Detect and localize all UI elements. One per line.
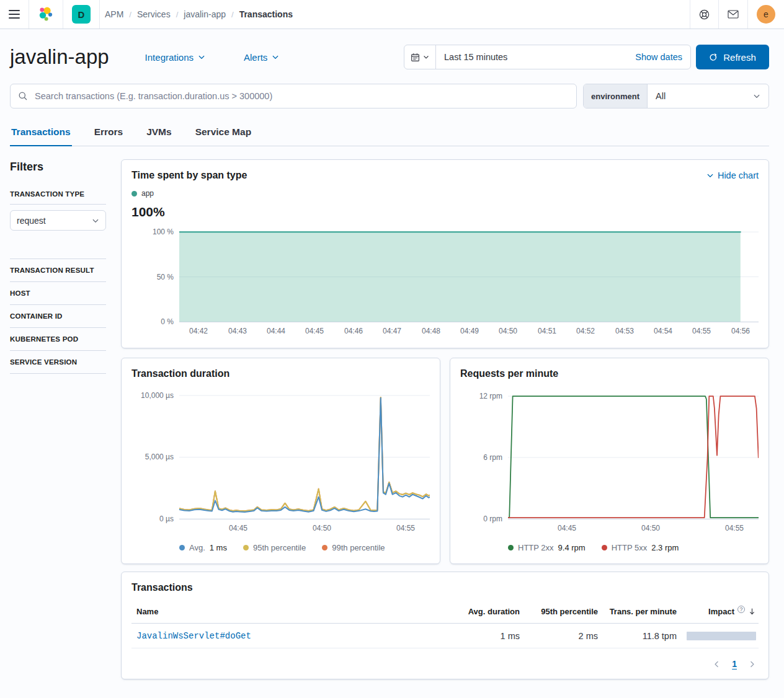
legend-label: HTTP 2xx bbox=[518, 543, 554, 552]
main-column: Time spent by span type Hide chart app 1… bbox=[121, 159, 769, 679]
legend-item[interactable]: HTTP 2xx9.4 rpm bbox=[508, 543, 586, 552]
sort-descending-icon bbox=[748, 607, 756, 616]
rpm-legend: HTTP 2xx9.4 rpmHTTP 5xx2.3 rpm bbox=[508, 543, 759, 552]
breadcrumb-service-name[interactable]: javalin-app bbox=[184, 9, 226, 19]
menu-button[interactable] bbox=[0, 0, 29, 29]
impact-header-label: Impact bbox=[708, 607, 734, 616]
filter-section-kubernetes-pod[interactable]: KUBERNETES POD bbox=[10, 327, 106, 343]
filter-section-host[interactable]: HOST bbox=[10, 281, 106, 297]
divider bbox=[10, 327, 106, 328]
transaction-link[interactable]: JavalinWsServlet#doGet bbox=[136, 631, 251, 641]
newsfeed-button[interactable] bbox=[719, 0, 747, 29]
x-axis: 04:4504:5004:55 bbox=[508, 524, 759, 535]
search-row: environment All bbox=[10, 84, 769, 108]
next-page-button[interactable] bbox=[748, 660, 756, 668]
tab-transactions[interactable]: Transactions bbox=[10, 120, 72, 146]
x-tick-label: 04:45 bbox=[229, 524, 247, 532]
span-time-chart: 100 %50 %0 % 04:4204:4304:4404:4504:4604… bbox=[131, 229, 759, 338]
y-tick-label: 0 % bbox=[161, 317, 174, 326]
filter-section-transaction-result[interactable]: TRANSACTION RESULT bbox=[10, 258, 106, 274]
refresh-button[interactable]: Refresh bbox=[696, 45, 769, 69]
legend-value: 9.4 rpm bbox=[558, 543, 586, 552]
breadcrumb-services[interactable]: Services bbox=[137, 9, 171, 19]
legend-item[interactable]: 99th percentile bbox=[322, 543, 385, 552]
legend-label: app bbox=[141, 189, 154, 198]
date-picker: Last 15 minutes Show dates bbox=[404, 45, 691, 69]
integrations-menu[interactable]: Integrations bbox=[145, 52, 205, 63]
x-axis: 04:4504:5004:55 bbox=[179, 524, 430, 535]
space-selector[interactable]: D bbox=[63, 0, 99, 29]
legend-item[interactable]: 95th percentile bbox=[243, 543, 306, 552]
y-tick-label: 12 rpm bbox=[479, 392, 502, 400]
span-time-title: Time spent by span type bbox=[131, 170, 247, 181]
filter-section-label: KUBERNETES POD bbox=[10, 335, 106, 343]
x-tick-label: 04:54 bbox=[654, 327, 672, 335]
column-header-impact[interactable]: Impact ? bbox=[677, 607, 756, 616]
x-tick-label: 04:50 bbox=[641, 524, 660, 532]
alerts-menu[interactable]: Alerts bbox=[244, 52, 279, 63]
breadcrumb-apm[interactable]: APM bbox=[105, 9, 123, 19]
alerts-label: Alerts bbox=[244, 52, 267, 63]
span-legend-app[interactable]: app bbox=[131, 189, 759, 198]
breadcrumb-separator: / bbox=[129, 10, 131, 19]
x-tick-label: 04:45 bbox=[558, 524, 576, 532]
duration-chart: 10,000 µs5,000 µs0 µs 04:4504:5004:55 Av… bbox=[131, 389, 430, 552]
hamburger-icon bbox=[9, 10, 20, 19]
y-axis: 100 %50 %0 % bbox=[131, 229, 179, 322]
filter-section-container-id[interactable]: CONTAINER ID bbox=[10, 304, 106, 320]
time-range-value[interactable]: Last 15 minutes bbox=[436, 52, 635, 62]
page-number[interactable]: 1 bbox=[732, 659, 737, 669]
legend-item[interactable]: HTTP 5xx2.3 rpm bbox=[602, 543, 679, 552]
chevron-down-icon bbox=[92, 217, 99, 224]
transactions-table-panel: Transactions Name Avg. duration 95th per… bbox=[121, 572, 769, 679]
x-tick-label: 04:55 bbox=[396, 524, 415, 532]
pagination: 1 bbox=[131, 659, 759, 669]
requests-per-minute-panel: Requests per minute 12 rpm6 rpm0 rpm 04:… bbox=[450, 358, 769, 564]
chevron-down-icon bbox=[423, 54, 429, 60]
space-badge: D bbox=[72, 5, 91, 24]
divider bbox=[10, 304, 106, 305]
elastic-logo-icon bbox=[38, 6, 54, 22]
filter-section-service-version[interactable]: SERVICE VERSION bbox=[10, 350, 106, 366]
question-in-circle-icon: ? bbox=[737, 606, 745, 613]
tab-service-map[interactable]: Service Map bbox=[194, 120, 252, 146]
filters-sidebar: Filters TRANSACTION TYPE request TRANSAC… bbox=[10, 159, 106, 679]
legend-item[interactable]: Avg.1 ms bbox=[179, 543, 227, 552]
chevron-down-icon bbox=[753, 92, 760, 100]
x-axis: 04:4204:4304:4404:4504:4604:4704:4804:49… bbox=[179, 327, 759, 338]
hide-chart-link[interactable]: Hide chart bbox=[706, 170, 759, 180]
x-tick-label: 04:52 bbox=[576, 327, 595, 335]
tab-errors[interactable]: Errors bbox=[93, 120, 125, 146]
refresh-icon bbox=[709, 53, 718, 62]
environment-select[interactable]: All bbox=[648, 84, 768, 108]
quick-select-button[interactable] bbox=[404, 45, 436, 69]
tab-jvms[interactable]: JVMs bbox=[145, 120, 173, 146]
user-menu[interactable]: e bbox=[748, 0, 784, 29]
rpm-plot bbox=[508, 389, 759, 519]
transaction-type-select[interactable]: request bbox=[10, 210, 106, 231]
y-tick-label: 100 % bbox=[153, 228, 174, 236]
legend-dot bbox=[602, 545, 607, 550]
impact-bar bbox=[687, 632, 756, 640]
show-dates-link[interactable]: Show dates bbox=[635, 52, 690, 62]
divider bbox=[10, 258, 106, 259]
divider bbox=[10, 281, 106, 282]
breadcrumb-separator: / bbox=[231, 10, 234, 19]
span-time-plot bbox=[179, 229, 759, 322]
elastic-logo[interactable] bbox=[29, 0, 63, 29]
legend-dot bbox=[179, 545, 185, 550]
help-button[interactable] bbox=[690, 0, 718, 29]
x-tick-label: 04:48 bbox=[422, 327, 440, 335]
rpm-title: Requests per minute bbox=[460, 368, 759, 379]
integrations-label: Integrations bbox=[145, 52, 194, 63]
breadcrumb-separator: / bbox=[176, 10, 179, 19]
cell-avg-duration: 1 ms bbox=[445, 631, 520, 641]
x-tick-label: 04:43 bbox=[228, 327, 247, 335]
column-header-name: Name bbox=[136, 607, 445, 616]
y-tick-label: 5,000 µs bbox=[145, 453, 174, 461]
x-tick-label: 04:44 bbox=[267, 327, 285, 335]
previous-page-button[interactable] bbox=[713, 660, 721, 668]
search-input[interactable] bbox=[33, 91, 569, 102]
transactions-table-title: Transactions bbox=[131, 582, 759, 593]
legend-label: 99th percentile bbox=[332, 543, 385, 552]
